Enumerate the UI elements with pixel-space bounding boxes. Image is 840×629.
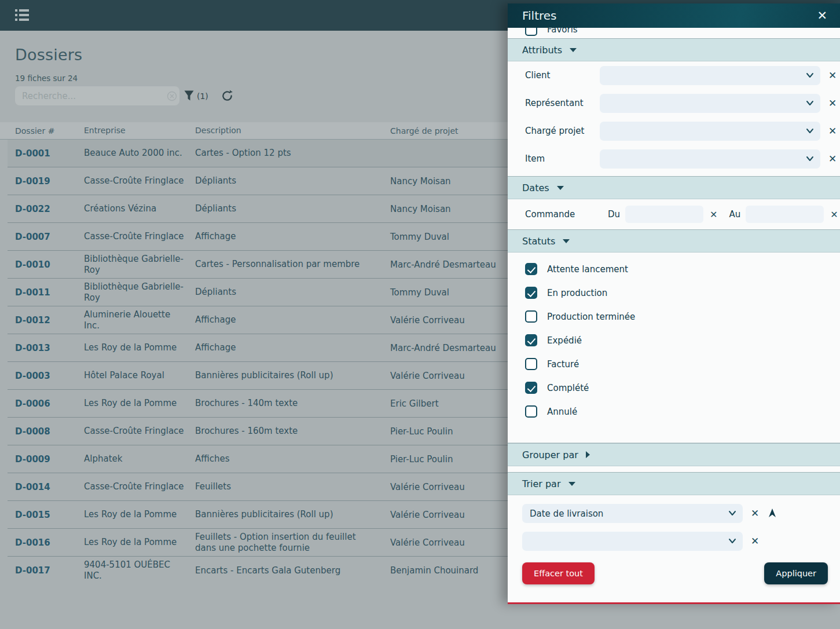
cell-description: Dépliants bbox=[195, 287, 390, 298]
dossiers-table: Dossier # Entreprise Description Chargé … bbox=[0, 122, 515, 584]
clear-client-icon[interactable]: ✕ bbox=[828, 71, 837, 81]
close-icon[interactable]: ✕ bbox=[817, 10, 827, 22]
cell-charge: Valérie Corriveau bbox=[390, 315, 515, 326]
statut-checkbox[interactable] bbox=[525, 405, 537, 418]
clear-sort-2-icon[interactable]: ✕ bbox=[751, 536, 759, 546]
search-clear-icon[interactable] bbox=[164, 90, 179, 102]
table-row[interactable]: D-0009 Alphatek Affiches Pier-Luc Poulin bbox=[8, 445, 515, 473]
dossier-id[interactable]: D-0003 bbox=[15, 371, 84, 381]
apply-button[interactable]: Appliquer bbox=[764, 562, 828, 584]
dossier-id[interactable]: D-0007 bbox=[15, 232, 84, 242]
table-row[interactable]: D-0011 Bibliothèque Gabrielle-Roy Déplia… bbox=[8, 279, 515, 306]
date-au-input[interactable] bbox=[746, 206, 824, 223]
col-entreprise[interactable]: Entreprise bbox=[84, 126, 195, 136]
statut-option[interactable]: Production terminée bbox=[508, 305, 840, 328]
dossier-id[interactable]: D-0013 bbox=[15, 343, 84, 353]
cell-description: Feuillets bbox=[195, 481, 390, 492]
dossier-id[interactable]: D-0006 bbox=[15, 398, 84, 409]
sort-field-select-2[interactable] bbox=[522, 532, 743, 551]
representant-select[interactable] bbox=[600, 94, 820, 113]
clear-all-button[interactable]: Effacer tout bbox=[522, 562, 595, 584]
cell-entreprise: Bibliothèque Gabrielle-Roy bbox=[84, 281, 195, 303]
clear-item-icon[interactable]: ✕ bbox=[828, 154, 837, 164]
dossier-id[interactable]: D-0012 bbox=[15, 315, 84, 326]
table-row[interactable]: D-0017 9404-5101 OUÉBEC INC. Encarts - E… bbox=[8, 557, 515, 584]
statut-checkbox[interactable] bbox=[525, 310, 537, 323]
statut-checkbox[interactable] bbox=[525, 334, 537, 346]
table-row[interactable]: D-0003 Hôtel Palace Royal Bannières publ… bbox=[8, 362, 515, 390]
table-row[interactable]: D-0015 Les Roy de la Pomme Bannières pub… bbox=[8, 501, 515, 529]
section-grouper-par[interactable]: Grouper par bbox=[508, 443, 840, 466]
cell-entreprise: Aluminerie Alouette Inc. bbox=[84, 309, 195, 331]
section-attributs[interactable]: Attributs bbox=[508, 38, 840, 61]
col-description[interactable]: Description bbox=[195, 126, 390, 136]
dossier-id[interactable]: D-0008 bbox=[15, 426, 84, 437]
section-trier-par[interactable]: Trier par bbox=[508, 472, 840, 495]
clear-date-du-icon[interactable]: ✕ bbox=[710, 209, 717, 220]
table-row[interactable]: D-0007 Casse-Croûte Fringlace Affichage … bbox=[8, 223, 515, 251]
table-row[interactable]: D-0008 Casse-Croûte Fringlace Brochures … bbox=[8, 418, 515, 445]
table-row[interactable]: D-0016 Les Roy de la Pomme Feuillets - O… bbox=[8, 529, 515, 557]
chevron-down-icon bbox=[728, 537, 736, 544]
statut-label: En production bbox=[547, 288, 607, 298]
dossier-id[interactable]: D-0009 bbox=[15, 454, 84, 465]
dossier-id[interactable]: D-0019 bbox=[15, 176, 84, 186]
table-row[interactable]: D-0001 Beauce Auto 2000 inc. Cartes - Op… bbox=[8, 140, 515, 167]
statut-checkbox[interactable] bbox=[525, 382, 537, 394]
client-select[interactable] bbox=[600, 66, 820, 85]
dossier-id[interactable]: D-0001 bbox=[15, 148, 84, 159]
section-dates[interactable]: Dates bbox=[508, 176, 840, 199]
favoris-checkbox[interactable] bbox=[525, 28, 537, 36]
cell-description: Bannières publicitaires (Roll up) bbox=[195, 509, 390, 520]
clear-sort-icon[interactable]: ✕ bbox=[751, 509, 759, 518]
table-row[interactable]: D-0012 Aluminerie Alouette Inc. Affichag… bbox=[8, 306, 515, 334]
statut-option[interactable]: Expédié bbox=[508, 328, 840, 352]
chevron-down-icon bbox=[568, 482, 575, 486]
dossier-id[interactable]: D-0010 bbox=[15, 259, 84, 270]
cell-description: Cartes - Personnalisation par membre bbox=[195, 259, 390, 270]
dossier-id[interactable]: D-0014 bbox=[15, 482, 84, 492]
statut-option[interactable]: Attente lancement bbox=[508, 257, 840, 281]
section-label: Dates bbox=[522, 182, 549, 193]
table-row[interactable]: D-0022 Créations Vézina Dépliants Nancy … bbox=[8, 195, 515, 223]
table-row[interactable]: D-0010 Bibliothèque Gabrielle-Roy Cartes… bbox=[8, 251, 515, 279]
table-row[interactable]: D-0013 Les Roy de la Pomme Affichage Mar… bbox=[8, 334, 515, 362]
section-statuts[interactable]: Statuts bbox=[508, 229, 840, 253]
sort-field-select[interactable]: Date de livraison bbox=[522, 504, 743, 523]
statut-option[interactable]: Facturé bbox=[508, 352, 840, 376]
date-commande-row: Commande Du ✕ Au ✕ bbox=[508, 199, 840, 229]
dossier-id[interactable]: D-0016 bbox=[15, 537, 84, 548]
select-value: Date de livraison bbox=[530, 509, 603, 519]
col-dossier[interactable]: Dossier # bbox=[15, 126, 84, 136]
statut-option[interactable]: Annulé bbox=[508, 400, 840, 423]
filter-row-client: Client ✕ bbox=[508, 61, 840, 89]
statut-checkbox[interactable] bbox=[525, 358, 537, 370]
filter-funnel-icon[interactable]: (1) bbox=[184, 90, 208, 101]
statut-checkbox[interactable] bbox=[525, 287, 537, 299]
statut-option[interactable]: En production bbox=[508, 281, 840, 305]
table-row[interactable]: D-0006 Les Roy de la Pomme Brochures - 1… bbox=[8, 390, 515, 418]
refresh-icon[interactable] bbox=[221, 90, 233, 102]
favoris-option[interactable]: Favoris bbox=[508, 28, 840, 38]
cell-charge: Marc-André Desmarteau bbox=[390, 343, 515, 353]
sort-ascending-icon[interactable] bbox=[768, 509, 776, 518]
clear-representant-icon[interactable]: ✕ bbox=[828, 98, 837, 108]
dossier-id[interactable]: D-0017 bbox=[15, 565, 84, 576]
clear-charge-projet-icon[interactable]: ✕ bbox=[828, 126, 837, 136]
cell-entreprise: Les Roy de la Pomme bbox=[84, 537, 195, 548]
statut-label: Complété bbox=[547, 383, 589, 393]
menu-list-icon[interactable] bbox=[15, 9, 29, 21]
table-row[interactable]: D-0014 Casse-Croûte Fringlace Feuillets … bbox=[8, 473, 515, 501]
search-input[interactable] bbox=[15, 86, 164, 105]
statut-option[interactable]: Complété bbox=[508, 376, 840, 400]
table-row[interactable]: D-0019 Casse-Croûte Fringlace Dépliants … bbox=[8, 167, 515, 195]
dossier-id[interactable]: D-0022 bbox=[15, 204, 84, 214]
dossier-id[interactable]: D-0015 bbox=[15, 510, 84, 520]
cell-entreprise: Hôtel Palace Royal bbox=[84, 370, 195, 381]
date-du-input[interactable] bbox=[625, 206, 703, 223]
item-select[interactable] bbox=[600, 149, 820, 169]
charge-projet-select[interactable] bbox=[600, 122, 820, 141]
dossier-id[interactable]: D-0011 bbox=[15, 287, 84, 298]
clear-date-au-icon[interactable]: ✕ bbox=[830, 209, 838, 220]
statut-checkbox[interactable] bbox=[525, 263, 537, 275]
